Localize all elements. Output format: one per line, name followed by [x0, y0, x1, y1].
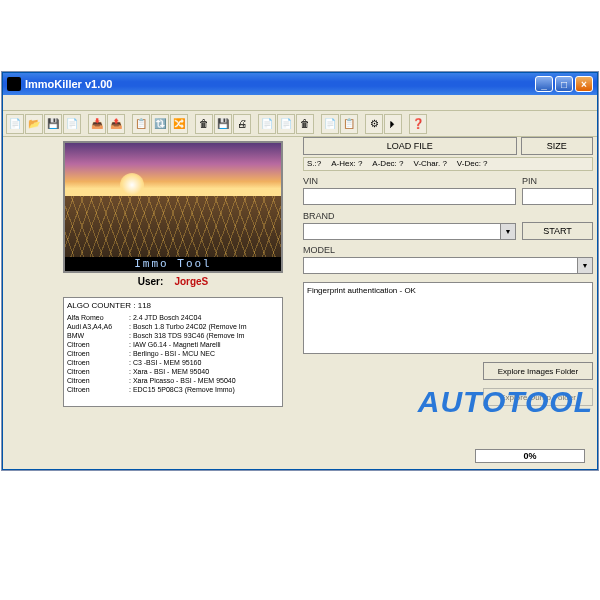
maximize-button[interactable]: □ [555, 76, 573, 92]
chevron-down-icon: ▼ [500, 224, 515, 239]
toolbar-button[interactable]: 📋 [132, 114, 150, 134]
toolbar-button[interactable]: 💾 [44, 114, 62, 134]
start-button[interactable]: START [522, 222, 593, 240]
table-row[interactable]: Alfa Romeo: 2.4 JTD Bosch 24C04 [67, 313, 279, 322]
message-text: Fingerprint authentication - OK [307, 286, 416, 295]
table-row[interactable]: Citroen: C3 -BSI - MEM 95160 [67, 358, 279, 367]
toolbar-button[interactable]: 📄 [63, 114, 81, 134]
algo-list[interactable]: ALGO COUNTER : 118 Alfa Romeo: 2.4 JTD B… [63, 297, 283, 407]
pin-input[interactable] [522, 188, 593, 205]
brand-select[interactable]: ▼ [303, 223, 516, 240]
app-window: ImmoKiller v1.00 _ □ × 📄📂💾📄📥📤📋🔃🔀🗑💾🖨📄📄🗑📄📋… [2, 72, 598, 470]
table-row[interactable]: Citroen: EDC15 5P08C3 (Remove Immo) [67, 385, 279, 394]
algo-table: Alfa Romeo: 2.4 JTD Bosch 24C04Audi A3,A… [67, 313, 279, 394]
user-name: JorgeS [174, 276, 208, 287]
titlebar[interactable]: ImmoKiller v1.00 _ □ × [3, 73, 597, 95]
toolbar-button[interactable]: 🗑 [195, 114, 213, 134]
stat-ahex: A-Hex: ? [331, 159, 362, 169]
brand-label: BRAND [303, 209, 516, 223]
left-pane: Immo Tool User: JorgeS ALGO COUNTER : 11… [63, 141, 283, 407]
table-row[interactable]: Citroen: Xara - BSI - MEM 95040 [67, 367, 279, 376]
close-button[interactable]: × [575, 76, 593, 92]
model-label: MODEL [303, 243, 593, 257]
toolbar-button[interactable]: ❓ [409, 114, 427, 134]
toolbar-button[interactable]: 🖨 [233, 114, 251, 134]
toolbar-button[interactable]: 📋 [340, 114, 358, 134]
user-label: User: [138, 276, 164, 287]
toolbar: 📄📂💾📄📥📤📋🔃🔀🗑💾🖨📄📄🗑📄📋⚙⏵❓ [3, 111, 597, 137]
chevron-down-icon: ▼ [577, 258, 592, 273]
preview-brand-text: Immo Tool [65, 257, 281, 271]
watermark-text: AUTOTOOL [418, 385, 593, 419]
table-row[interactable]: Audi A3,A4,A6: Bosch 1.8 Turbo 24C02 (Re… [67, 322, 279, 331]
explore-images-button[interactable]: Explore Images Folder [483, 362, 593, 380]
user-line: User: JorgeS [63, 276, 283, 287]
toolbar-button[interactable]: 📄 [277, 114, 295, 134]
toolbar-button[interactable]: 📂 [25, 114, 43, 134]
toolbar-button[interactable]: 🔃 [151, 114, 169, 134]
stat-adec: A-Dec: ? [372, 159, 403, 169]
toolbar-button[interactable]: 📄 [321, 114, 339, 134]
toolbar-button[interactable]: ⏵ [384, 114, 402, 134]
table-row[interactable]: Citroen: Berlingo - BSI - MCU NEC [67, 349, 279, 358]
pin-label: PIN [522, 174, 593, 188]
stat-vdec: V-Dec: ? [457, 159, 488, 169]
toolbar-button[interactable]: 🔀 [170, 114, 188, 134]
toolbar-button[interactable]: ⚙ [365, 114, 383, 134]
content-area: Immo Tool User: JorgeS ALGO COUNTER : 11… [3, 137, 597, 469]
message-box[interactable]: Fingerprint authentication - OK [303, 282, 593, 354]
toolbar-button[interactable]: 📄 [258, 114, 276, 134]
load-file-button[interactable]: LOAD FILE [303, 137, 517, 155]
model-select[interactable]: ▼ [303, 257, 593, 274]
window-title: ImmoKiller v1.00 [25, 78, 112, 90]
stat-s: S.:? [307, 159, 321, 169]
toolbar-button[interactable]: 📄 [6, 114, 24, 134]
preview-image: Immo Tool [63, 141, 283, 273]
toolbar-button[interactable]: 📥 [88, 114, 106, 134]
minimize-button[interactable]: _ [535, 76, 553, 92]
table-row[interactable]: Citroen: Xara Picasso - BSI - MEM 95040 [67, 376, 279, 385]
size-button[interactable]: SIZE [521, 137, 594, 155]
toolbar-button[interactable]: 📤 [107, 114, 125, 134]
progress-bar: 0% [475, 449, 585, 463]
vin-label: VIN [303, 174, 516, 188]
app-icon [7, 77, 21, 91]
stat-vchar: V-Char. ? [413, 159, 446, 169]
vin-input[interactable] [303, 188, 516, 205]
toolbar-button[interactable]: 💾 [214, 114, 232, 134]
stats-line: S.:? A-Hex: ? A-Dec: ? V-Char. ? V-Dec: … [303, 157, 593, 171]
toolbar-button[interactable]: 🗑 [296, 114, 314, 134]
algo-header: ALGO COUNTER : 118 [67, 301, 279, 310]
table-row[interactable]: BMW: Bosch 318 TDS 93C46 (Remove Im [67, 331, 279, 340]
menubar [3, 95, 597, 111]
table-row[interactable]: Citroen: IAW G6.14 - Magneti Marelli [67, 340, 279, 349]
